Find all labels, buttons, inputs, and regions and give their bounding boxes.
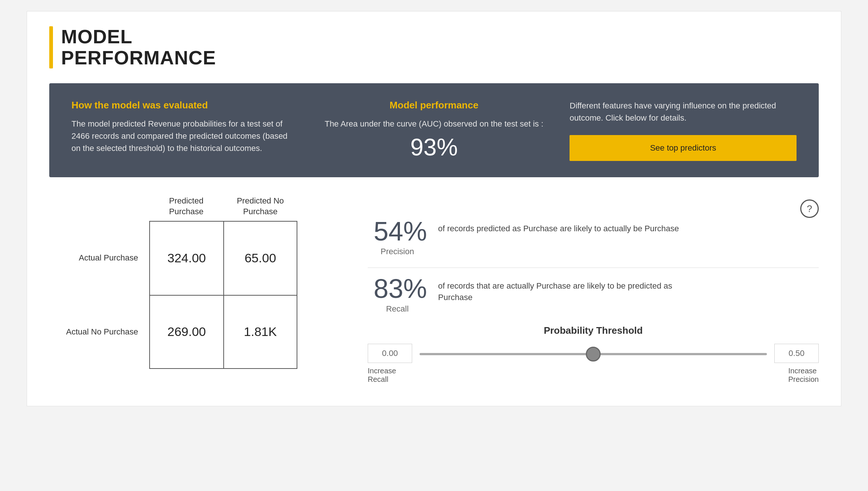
threshold-labels: IncreaseRecall IncreasePrecision bbox=[368, 367, 819, 384]
page-container: MODEL PERFORMANCE How the model was eval… bbox=[27, 11, 841, 406]
recall-block: 83% Recall of records that are actually … bbox=[368, 275, 819, 314]
threshold-controls bbox=[368, 344, 819, 363]
banner-section-evaluation: How the model was evaluated The model pr… bbox=[71, 100, 298, 161]
banner-auc-value: 93% bbox=[321, 134, 548, 161]
help-icon-container: ? bbox=[800, 199, 819, 218]
precision-block: 54% Precision of records predicted as Pu… bbox=[368, 218, 819, 256]
threshold-slider[interactable] bbox=[420, 353, 767, 355]
header-accent-bar bbox=[49, 26, 53, 68]
banner-title-performance: Model performance bbox=[321, 100, 548, 111]
precision-value-area: 54% Precision bbox=[368, 218, 427, 256]
matrix-row-actual-no-purchase: Actual No Purchase 269.00 1.81K bbox=[49, 295, 338, 369]
main-content: PredictedPurchase Predicted NoPurchase A… bbox=[49, 196, 819, 384]
threshold-section: Probability Threshold IncreaseRecall Inc… bbox=[368, 325, 819, 384]
title-line2: PERFORMANCE bbox=[61, 47, 216, 68]
precision-label: Precision bbox=[368, 247, 427, 256]
precision-value: 54% bbox=[368, 218, 427, 245]
precision-description: of records predicted as Purchase are lik… bbox=[438, 218, 679, 235]
threshold-title: Probability Threshold bbox=[368, 325, 819, 336]
matrix-cells-row1: 324.00 65.00 bbox=[149, 221, 297, 295]
info-banner: How the model was evaluated The model pr… bbox=[49, 83, 819, 177]
matrix-cells-row2: 269.00 1.81K bbox=[149, 295, 297, 369]
threshold-left-input[interactable] bbox=[368, 344, 412, 363]
matrix-col-label-no-purchase: Predicted NoPurchase bbox=[223, 196, 297, 217]
banner-section-predictors: Different features have varying influenc… bbox=[570, 100, 797, 161]
banner-text-predictors: Different features have varying influenc… bbox=[570, 100, 797, 124]
matrix-row-actual-purchase: Actual Purchase 324.00 65.00 bbox=[49, 221, 338, 295]
matrix-cell-tn: 1.81K bbox=[223, 295, 297, 369]
recall-value: 83% bbox=[368, 275, 427, 302]
see-top-predictors-button[interactable]: See top predictors bbox=[570, 135, 797, 161]
matrix-body: Actual Purchase 324.00 65.00 Actual No P… bbox=[49, 221, 338, 369]
page-header: MODEL PERFORMANCE bbox=[49, 26, 819, 68]
recall-label: Recall bbox=[368, 304, 427, 314]
banner-text-evaluation: The model predicted Revenue probabilitie… bbox=[71, 118, 298, 154]
threshold-slider-container bbox=[420, 350, 767, 357]
main-relative-wrap: ? PredictedPurchase Predicted NoPurchase… bbox=[49, 196, 819, 384]
matrix-header-row: PredictedPurchase Predicted NoPurchase bbox=[49, 196, 338, 217]
matrix-cell-fn: 65.00 bbox=[223, 221, 297, 295]
matrix-cell-fp: 269.00 bbox=[149, 295, 223, 369]
help-icon[interactable]: ? bbox=[800, 199, 819, 218]
recall-description: of records that are actually Purchase ar… bbox=[438, 275, 697, 303]
banner-text-auc: The Area under the curve (AUC) observed … bbox=[321, 118, 548, 130]
recall-value-area: 83% Recall bbox=[368, 275, 427, 314]
threshold-label-recall: IncreaseRecall bbox=[368, 367, 396, 384]
banner-section-performance: Model performance The Area under the cur… bbox=[321, 100, 548, 161]
metrics-panel: 54% Precision of records predicted as Pu… bbox=[368, 196, 819, 384]
matrix-row-label-purchase: Actual Purchase bbox=[49, 253, 149, 263]
threshold-label-precision: IncreasePrecision bbox=[788, 367, 819, 384]
banner-title-evaluation: How the model was evaluated bbox=[71, 100, 298, 111]
matrix-row-label-no-purchase: Actual No Purchase bbox=[49, 327, 149, 337]
page-title: MODEL PERFORMANCE bbox=[61, 26, 216, 68]
metric-divider bbox=[368, 268, 819, 268]
threshold-right-input[interactable] bbox=[774, 344, 819, 363]
title-line1: MODEL bbox=[61, 26, 216, 47]
confusion-matrix-area: PredictedPurchase Predicted NoPurchase A… bbox=[49, 196, 338, 369]
matrix-col-label-purchase: PredictedPurchase bbox=[149, 196, 223, 217]
matrix-cell-tp: 324.00 bbox=[149, 221, 223, 295]
